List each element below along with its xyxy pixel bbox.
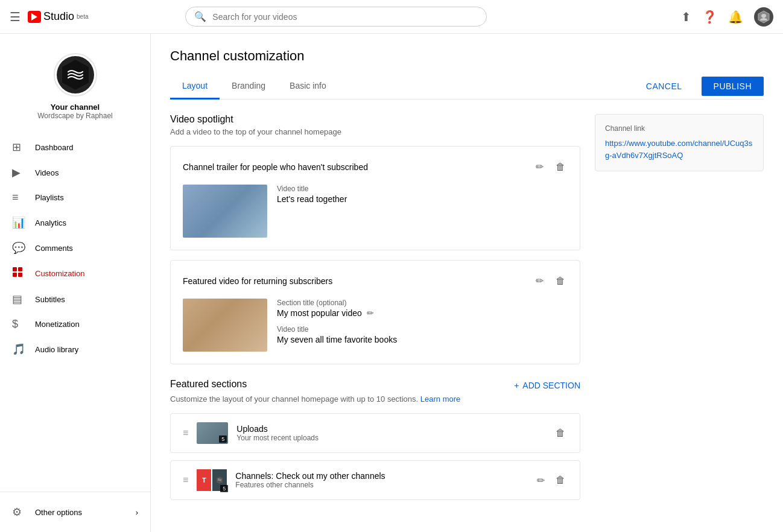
uploads-badge: 5 <box>219 435 227 443</box>
channels-section-row: ≡ T 5 <box>170 460 580 500</box>
tab-layout[interactable]: Layout <box>170 74 220 100</box>
content-side: Channel link https://www.youtube.com/cha… <box>595 114 764 507</box>
tabs-bar: Layout Branding Basic info CANCEL PUBLIS… <box>170 74 764 100</box>
customization-label: Customization <box>35 269 84 278</box>
spotlight-title: Video spotlight <box>170 114 580 125</box>
videos-label: Videos <box>35 168 59 177</box>
analytics-icon: 📊 <box>12 216 25 229</box>
svg-rect-2 <box>13 267 17 271</box>
tab-branding[interactable]: Branding <box>220 74 277 100</box>
other-options-label: Other options <box>35 508 82 517</box>
sidebar-item-analytics[interactable]: 📊 Analytics <box>0 210 150 235</box>
sidebar-item-comments[interactable]: 💬 Comments <box>0 235 150 261</box>
topbar: ☰ Studio beta 🔍 ⬆ ❓ 🔔 <box>0 0 783 34</box>
add-section-button[interactable]: + ADD SECTION <box>514 381 580 390</box>
uploads-drag-handle[interactable]: ≡ <box>183 428 188 439</box>
sidebar-item-customization[interactable]: Customization <box>0 261 150 287</box>
tabs-group: Layout Branding Basic info <box>170 74 338 99</box>
sidebar-item-audio-library[interactable]: 🎵 Audio library <box>0 337 150 362</box>
sidebar-item-monetization[interactable]: $ Monetization <box>0 312 150 337</box>
sidebar-item-dashboard[interactable]: ⊞ Dashboard <box>0 135 150 160</box>
sidebar-item-subtitles[interactable]: ▤ Subtitles <box>0 287 150 312</box>
audio-library-label: Audio library <box>35 345 78 354</box>
sidebar-item-playlists[interactable]: ≡ Playlists <box>0 185 150 210</box>
page-title: Channel customization <box>170 48 764 64</box>
notifications-icon[interactable]: 🔔 <box>728 10 743 24</box>
channels-delete-button[interactable]: 🗑 <box>553 472 568 488</box>
studio-wordmark: Studio <box>43 10 74 23</box>
svg-rect-5 <box>18 273 22 277</box>
plus-icon: + <box>514 381 519 390</box>
yt-icon <box>28 11 41 23</box>
trailer-delete-button[interactable]: 🗑 <box>553 159 568 175</box>
featured-card-actions: ✏ 🗑 <box>533 273 568 289</box>
main-content: Channel customization Layout Branding Ba… <box>151 34 783 522</box>
featured-card-title: Featured video for returning subscribers <box>183 276 332 286</box>
featured-section-title-label: Section title (optional) <box>277 299 568 307</box>
featured-section-title-edit[interactable]: ✏ <box>367 308 374 318</box>
tab-basic-info[interactable]: Basic info <box>277 74 338 100</box>
tab-actions: CANCEL PUBLISH <box>634 77 764 96</box>
publish-button[interactable]: PUBLISH <box>702 77 764 96</box>
uploads-name: Uploads <box>236 424 545 434</box>
featured-sections-title: Featured sections <box>170 379 247 390</box>
channel-profile: Your channel Wordscape by Raphael <box>0 43 150 130</box>
sidebar-item-videos[interactable]: ▶ Videos <box>0 160 150 185</box>
monetization-label: Monetization <box>35 320 80 329</box>
uploads-delete-button[interactable]: 🗑 <box>553 425 568 441</box>
sidebar-nav: ⊞ Dashboard ▶ Videos ≡ Playlists 📊 Analy… <box>0 135 150 362</box>
learn-more-link[interactable]: Learn more <box>420 394 460 404</box>
channels-section-info: Channels: Check out my other channels Fe… <box>235 471 526 489</box>
channels-edit-button[interactable]: ✏ <box>534 472 547 489</box>
channels-sub: Features other channels <box>235 481 526 489</box>
search-icon: 🔍 <box>194 11 206 22</box>
uploads-thumbnail-wrap: 5 <box>197 422 228 444</box>
channel-link-label: Channel link <box>605 124 753 133</box>
topbar-actions: ⬆ ❓ 🔔 <box>681 7 773 27</box>
content-main: Video spotlight Add a video to the top o… <box>170 114 580 507</box>
uploads-section-info: Uploads Your most recent uploads <box>236 424 545 442</box>
comments-icon: 💬 <box>12 241 25 255</box>
trailer-edit-button[interactable]: ✏ <box>533 159 546 175</box>
dashboard-label: Dashboard <box>35 143 74 152</box>
channels-name: Channels: Check out my other channels <box>235 471 526 481</box>
add-section-label: ADD SECTION <box>522 381 580 390</box>
channels-drag-handle[interactable]: ≡ <box>183 475 188 486</box>
featured-sections: Featured sections + ADD SECTION Customiz… <box>170 379 580 500</box>
featured-video-label: Video title <box>277 325 568 334</box>
upload-icon[interactable]: ⬆ <box>681 10 691 24</box>
channel-link-url[interactable]: https://www.youtube.com/channel/UCuq3sg-… <box>605 138 753 161</box>
spotlight-desc: Add a video to the top of your channel h… <box>170 127 580 136</box>
subtitles-label: Subtitles <box>35 295 65 304</box>
featured-edit-button[interactable]: ✏ <box>533 273 546 289</box>
trailer-thumbnail-image <box>183 185 267 238</box>
cancel-button[interactable]: CANCEL <box>634 77 694 96</box>
channel-link-card: Channel link https://www.youtube.com/cha… <box>595 114 764 171</box>
user-avatar[interactable] <box>754 7 773 27</box>
customization-icon <box>12 267 25 280</box>
studio-beta-label: beta <box>77 13 88 20</box>
hamburger-menu[interactable]: ☰ <box>10 10 21 24</box>
channel-subtitle: Wordscape by Raphael <box>37 112 113 120</box>
search-input[interactable] <box>212 12 478 22</box>
subtitles-icon: ▤ <box>12 293 25 306</box>
audio-library-icon: 🎵 <box>12 343 25 356</box>
featured-section-title-value: My most popular video <box>277 308 362 318</box>
other-options-icon: ⚙ <box>12 505 25 519</box>
svg-rect-3 <box>18 267 22 271</box>
trailer-card-actions: ✏ 🗑 <box>533 159 568 175</box>
help-icon[interactable]: ❓ <box>702 10 717 24</box>
trailer-card: Channel trailer for people who haven't s… <box>170 146 580 250</box>
youtube-studio-logo[interactable]: Studio beta <box>28 10 89 23</box>
search-bar[interactable]: 🔍 <box>185 7 487 27</box>
other-options-item[interactable]: ⚙ Other options › <box>0 499 150 522</box>
featured-delete-button[interactable]: 🗑 <box>553 273 568 289</box>
video-spotlight-section: Video spotlight Add a video to the top o… <box>170 114 580 364</box>
trailer-info: Video title Let's read together <box>277 185 568 204</box>
channel-avatar[interactable] <box>54 53 97 97</box>
featured-thumbnail-image <box>183 299 267 352</box>
channels-thumbnail-wrap: T 5 <box>197 469 227 491</box>
dashboard-icon: ⊞ <box>12 141 25 154</box>
channel-hex-logo <box>60 59 90 91</box>
sidebar: Your channel Wordscape by Raphael ⊞ Dash… <box>0 34 151 522</box>
